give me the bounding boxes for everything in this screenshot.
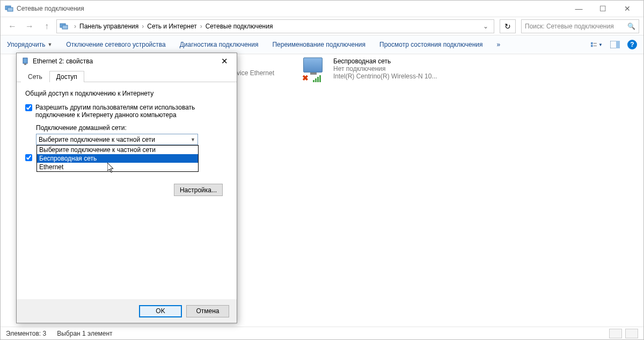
refresh-button[interactable]: ↻	[500, 19, 516, 33]
ethernet-icon	[21, 57, 30, 66]
status-selected-count: Выбран 1 элемент	[57, 330, 112, 337]
combo-selected-value: Выберите подключение к частной сети	[39, 136, 191, 143]
close-button[interactable]: ✕	[615, 1, 639, 17]
wifi-connection-icon: ✖	[303, 57, 329, 79]
chevron-right-icon[interactable]: ›	[200, 23, 202, 30]
wifi-signal-icon	[313, 75, 321, 82]
ok-button[interactable]: OK	[139, 305, 182, 317]
tab-sharing[interactable]: Доступ	[49, 71, 84, 82]
sharing-group-title: Общий доступ к подключению к Интернету	[25, 90, 228, 97]
rename-button[interactable]: Переименование подключения	[272, 41, 365, 48]
connection-status: Нет подключения	[333, 65, 437, 73]
chevron-right-icon[interactable]: ›	[142, 23, 144, 30]
search-icon[interactable]: 🔍	[627, 23, 635, 30]
dialog-footer: OK Отмена	[17, 299, 237, 323]
back-button[interactable]: ←	[5, 19, 20, 34]
chevron-right-icon[interactable]: ›	[74, 23, 76, 30]
allow-control-checkbox[interactable]	[25, 154, 32, 161]
svg-rect-6	[594, 43, 597, 44]
connection-item-wifi[interactable]: ✖ Беспроводная сеть Нет подключения Inte…	[303, 57, 437, 80]
view-options-button[interactable]: ▼	[591, 39, 603, 50]
dropdown-option-highlighted[interactable]: Беспроводная сеть	[37, 154, 198, 163]
disconnected-icon: ✖	[302, 74, 309, 82]
maximize-button[interactable]: ☐	[591, 1, 615, 17]
titlebar: Сетевые подключения — ☐ ✕	[1, 1, 643, 17]
home-connection-label: Подключение домашней сети:	[36, 124, 228, 132]
connection-device: Intel(R) Centrino(R) Wireless-N 10...	[333, 73, 437, 80]
diagnose-button[interactable]: Диагностика подключения	[180, 41, 259, 48]
toolbar: Упорядочить ▼ Отключение сетевого устрой…	[1, 35, 643, 54]
svg-rect-5	[591, 45, 593, 47]
tab-network[interactable]: Сеть	[21, 71, 49, 82]
combo-dropdown: Выберите подключение к частной сети Бесп…	[36, 145, 199, 172]
dialog-close-button[interactable]: ✕	[216, 56, 232, 66]
disable-device-button[interactable]: Отключение сетевого устройства	[66, 41, 165, 48]
home-connection-combo[interactable]: Выберите подключение к частной сети ▼ Вы…	[36, 134, 198, 145]
help-button[interactable]: ?	[627, 40, 637, 49]
search-input[interactable]: Поиск: Сетевые подключения 🔍	[521, 19, 639, 33]
view-mode-icons[interactable]	[625, 329, 638, 338]
nav-row: ← → ↑ › Панель управления › Сеть и Интер…	[1, 17, 643, 35]
cancel-button[interactable]: Отмена	[186, 305, 229, 317]
svg-rect-1	[8, 8, 13, 11]
dialog-titlebar[interactable]: Ethernet 2: свойства ✕	[17, 53, 237, 69]
breadcrumb-dropdown[interactable]: ⌄	[480, 23, 492, 30]
svg-rect-9	[616, 41, 620, 48]
search-placeholder: Поиск: Сетевые подключения	[525, 23, 614, 30]
app-icon	[5, 4, 13, 13]
dropdown-option[interactable]: Ethernet	[37, 163, 198, 171]
allow-sharing-label: Разрешить другим пользователям сети испо…	[35, 104, 213, 119]
chevron-down-icon: ▼	[47, 42, 52, 47]
svg-rect-7	[594, 46, 597, 46]
chevron-down-icon: ▼	[598, 42, 603, 47]
allow-sharing-checkbox[interactable]	[25, 104, 32, 111]
details-pane-button[interactable]	[609, 39, 621, 50]
svg-rect-3	[62, 25, 68, 29]
dialog-body: Общий доступ к подключению к Интернету Р…	[17, 82, 237, 299]
breadcrumb[interactable]: › Панель управления › Сеть и Интернет › …	[56, 19, 494, 33]
breadcrumb-item[interactable]: Сеть и Интернет	[147, 23, 196, 30]
breadcrumb-icon	[59, 21, 69, 31]
dialog-title: Ethernet 2: свойства	[33, 57, 216, 65]
overflow-menu[interactable]: »	[497, 41, 501, 48]
dialog-tabs: Сеть Доступ	[17, 69, 237, 82]
breadcrumb-item[interactable]: Панель управления	[79, 23, 138, 30]
settings-button[interactable]: Настройка...	[174, 184, 223, 196]
status-elements-count: Элементов: 3	[6, 330, 46, 337]
up-button[interactable]: ↑	[39, 19, 54, 34]
forward-button: →	[22, 19, 37, 34]
window-title: Сетевые подключения	[17, 5, 567, 12]
properties-dialog: Ethernet 2: свойства ✕ Сеть Доступ Общий…	[16, 53, 237, 323]
breadcrumb-item[interactable]: Сетевые подключения	[206, 23, 273, 30]
statusbar: Элементов: 3 Выбран 1 элемент	[1, 327, 643, 339]
view-mode-details[interactable]	[609, 329, 622, 338]
view-status-button[interactable]: Просмотр состояния подключения	[379, 41, 482, 48]
svg-rect-10	[23, 58, 27, 63]
minimize-button[interactable]: —	[567, 1, 591, 17]
dropdown-option[interactable]: Выберите подключение к частной сети	[37, 146, 198, 154]
chevron-down-icon: ▼	[191, 137, 195, 142]
svg-rect-4	[591, 42, 593, 45]
svg-rect-11	[24, 63, 26, 65]
connection-name: Беспроводная сеть	[333, 57, 437, 65]
organize-menu[interactable]: Упорядочить ▼	[7, 41, 52, 48]
